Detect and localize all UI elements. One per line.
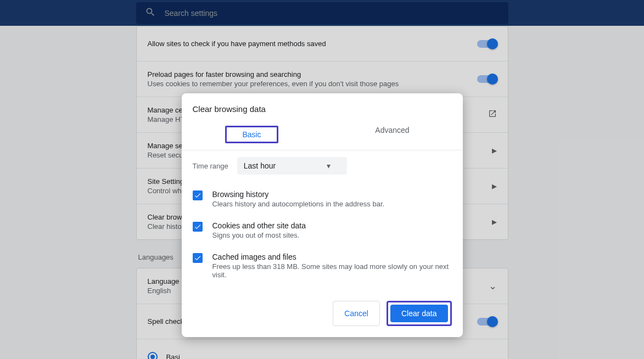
clear-browsing-dialog: Clear browsing data Basic Advanced Time … [182, 93, 463, 337]
dialog-title: Clear browsing data [182, 93, 463, 119]
clear-data-highlight: Clear data [387, 301, 452, 326]
check-subtitle: Frees up less than 318 MB. Some sites ma… [212, 262, 452, 279]
clear-data-button[interactable]: Clear data [390, 305, 448, 322]
tab-basic-label: Basic [225, 126, 278, 143]
dropdown-arrow-icon: ▾ [327, 161, 331, 170]
checkbox-row-cookies: Cookies and other site data Signs you ou… [193, 215, 452, 246]
time-range-label: Time range [193, 162, 228, 170]
checkbox-row-cache: Cached images and files Frees up less th… [193, 246, 452, 285]
checkbox-history[interactable] [193, 190, 203, 200]
dialog-actions: Cancel Clear data [182, 292, 463, 337]
dialog-body: Time range Last hour ▾ Browsing history … [182, 150, 463, 292]
check-subtitle: Signs you out of most sites. [212, 231, 452, 239]
check-title: Browsing history [212, 190, 452, 199]
time-range-value: Last hour [244, 161, 276, 170]
check-subtitle: Clears history and autocompletions in th… [212, 200, 452, 208]
check-title: Cached images and files [212, 253, 452, 261]
checkbox-row-history: Browsing history Clears history and auto… [193, 183, 452, 215]
modal-overlay: Clear browsing data Basic Advanced Time … [0, 0, 644, 359]
check-title: Cookies and other site data [212, 221, 452, 230]
dialog-tabs: Basic Advanced [182, 119, 463, 150]
checkbox-cookies[interactable] [193, 222, 203, 232]
time-range-row: Time range Last hour ▾ [193, 157, 452, 175]
tab-advanced[interactable]: Advanced [322, 119, 463, 150]
cancel-button[interactable]: Cancel [333, 301, 380, 326]
time-range-select[interactable]: Last hour ▾ [237, 157, 347, 175]
checkbox-cache[interactable] [193, 253, 203, 263]
tab-basic[interactable]: Basic [182, 119, 322, 150]
